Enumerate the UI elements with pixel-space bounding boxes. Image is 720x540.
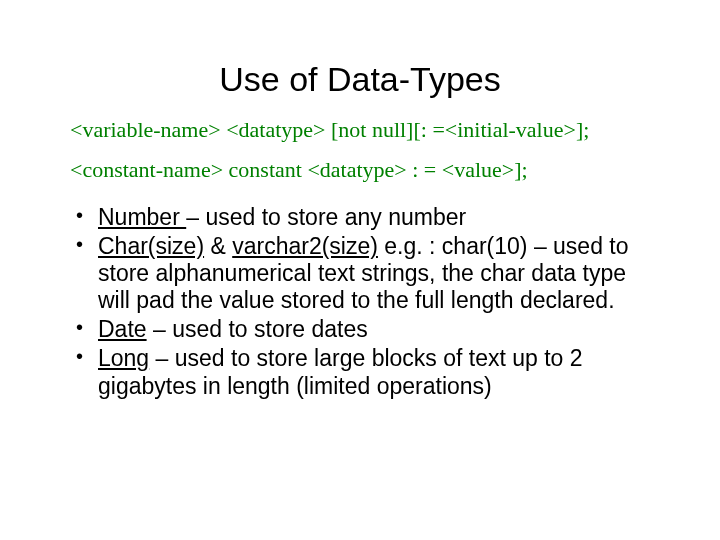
bullet-text: – used to store dates (147, 316, 368, 342)
syntax-constant: <constant-name> constant <datatype> : = … (70, 157, 650, 183)
bullet-list: Number – used to store any number Char(s… (70, 204, 650, 400)
bullet-text: – used to store any number (186, 204, 466, 230)
slide: Use of Data-Types <variable-name> <datat… (0, 0, 720, 540)
list-item: Long – used to store large blocks of tex… (98, 345, 650, 399)
term-date: Date (98, 316, 147, 342)
term-char: Char(size) (98, 233, 204, 259)
list-item: Number – used to store any number (98, 204, 650, 231)
term-long: Long (98, 345, 149, 371)
bullet-text: & (204, 233, 232, 259)
term-number: Number (98, 204, 186, 230)
list-item: Date – used to store dates (98, 316, 650, 343)
bullet-text: – used to store large blocks of text up … (98, 345, 583, 398)
term-varchar2: varchar2(size) (232, 233, 378, 259)
slide-title: Use of Data-Types (70, 60, 650, 99)
list-item: Char(size) & varchar2(size) e.g. : char(… (98, 233, 650, 314)
syntax-variable: <variable-name> <datatype> [not null][: … (70, 117, 650, 143)
